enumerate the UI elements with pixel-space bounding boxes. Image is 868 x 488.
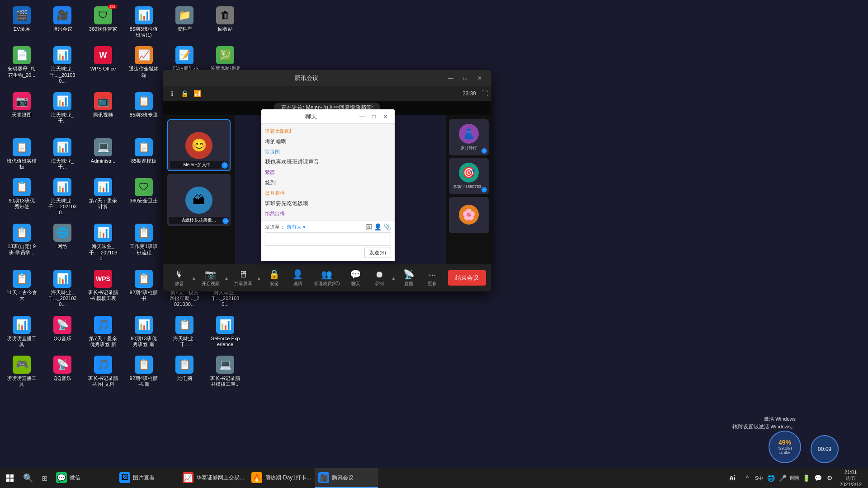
share-arrow-icon[interactable]: ▲ bbox=[256, 276, 262, 281]
taskbar-search-icon[interactable]: 🔍 bbox=[20, 468, 36, 488]
participant-card-a[interactable]: 🏔 A攀枝花花果批... ✓ bbox=[167, 174, 231, 226]
icon-admin[interactable]: 💻 Administr... bbox=[86, 136, 120, 172]
end-meeting-button[interactable]: 结束会议 bbox=[448, 270, 486, 286]
icon-tencent-video[interactable]: 📺 腾讯视频 bbox=[86, 90, 120, 132]
chat-close-button[interactable]: ✕ bbox=[380, 112, 391, 122]
security-button[interactable]: 🔒 安全 bbox=[263, 267, 286, 289]
chat-sender-9: 怡然自得 bbox=[265, 211, 285, 216]
icon-class-score[interactable]: 📋 班优值班实模板 bbox=[5, 136, 39, 172]
more-button[interactable]: ··· 更多 bbox=[421, 267, 443, 289]
icon-tongda[interactable]: 📈 通达信金融终端 bbox=[127, 44, 161, 86]
chat-button[interactable]: 💬 聊天 bbox=[344, 267, 367, 289]
icon-recycle-bin[interactable]: 🗑 回收站 bbox=[208, 5, 242, 40]
chat-input[interactable] bbox=[265, 232, 391, 246]
icon-sea-day7[interactable]: 📊 嗙嗙嗙直播工具 bbox=[5, 314, 39, 349]
icon-sea-day5[interactable]: 📊 海天味业_千..._2021030... bbox=[86, 222, 120, 263]
icon-class-record2[interactable]: 📋 92期4班柱腊 书.新 bbox=[127, 354, 161, 389]
video-arrow-icon[interactable]: ▲ bbox=[223, 276, 230, 281]
chat-file-icon[interactable]: 📎 bbox=[383, 223, 391, 230]
taskbar-app-imageviewer[interactable]: 🖼 图片查看 bbox=[116, 468, 179, 488]
chat-minimize-button[interactable]: — bbox=[357, 112, 368, 122]
right-card-lixinyu[interactable]: 🎯 李新宇1580753... ✓ bbox=[449, 158, 489, 194]
icon-ev-home[interactable]: 🎬 EV录屏 bbox=[5, 5, 39, 40]
icon-sea-day3[interactable]: 📊 海天味业_千... bbox=[45, 136, 80, 172]
icon-this-computer[interactable]: 💻 班长书记录腊书模板工表... bbox=[208, 354, 242, 389]
taskbar-app-wechat[interactable]: 💬 微信 bbox=[52, 468, 116, 488]
tray-settings-icon[interactable]: ⚙ bbox=[824, 473, 835, 483]
taskbar-app-preheat[interactable]: 🔥 预热期-Day1打卡... bbox=[248, 468, 315, 488]
start-button[interactable] bbox=[0, 468, 20, 488]
mute-button[interactable]: 🎙 静音 bbox=[168, 267, 191, 289]
tray-action-center-icon[interactable]: 💬 bbox=[812, 473, 823, 483]
icon-sea-day2[interactable]: 📊 海天味业_千... bbox=[45, 90, 80, 132]
meeting-expand-icon[interactable]: ⛶ bbox=[481, 90, 488, 97]
icon-ppdz-live[interactable]: 📡 QQ音乐 bbox=[45, 314, 80, 349]
meeting-close-button[interactable]: ✕ bbox=[473, 74, 486, 83]
icon-anzheng[interactable]: 📄 安珙馨母_梅花生物_20... bbox=[5, 44, 39, 86]
send-to-dropdown[interactable]: 所有人 ▾ bbox=[287, 224, 306, 230]
tray-sougou-icon[interactable]: S中 bbox=[754, 473, 764, 483]
icon-13period[interactable]: 📋 13班(自定)-9班·学员学... bbox=[5, 222, 39, 263]
right-card-3[interactable]: 🌸 bbox=[449, 197, 489, 233]
icon-network[interactable]: 🌐 网络 bbox=[45, 222, 80, 263]
tray-expand-icon[interactable]: ^ bbox=[742, 473, 753, 483]
security-icon[interactable]: 🔒 bbox=[179, 88, 190, 99]
taskbar-clock[interactable]: 21:01 周五 2021/3/12 bbox=[837, 469, 864, 487]
icon-data-library[interactable]: 📁 资料库 bbox=[167, 5, 202, 40]
meeting-maximize-button[interactable]: □ bbox=[459, 74, 472, 83]
icon-tencent-meeting[interactable]: 🎥 腾讯会议 bbox=[45, 5, 80, 40]
icon-month11[interactable]: 📋 11天：古今食大 bbox=[5, 268, 39, 310]
icon-month3-class3[interactable]: 📋 85期3班专属 bbox=[127, 90, 161, 132]
tray-network-icon[interactable]: 🌐 bbox=[765, 473, 776, 483]
icon-wps[interactable]: W WPS Office bbox=[86, 44, 120, 86]
chat-maximize-button[interactable]: □ bbox=[368, 112, 379, 122]
icon-wps-h5[interactable]: WPS 班长书记录腊书 模板工表 bbox=[86, 268, 120, 310]
icon-sea-day8[interactable]: 📊 GeForce Experience bbox=[208, 314, 242, 349]
icon-tianmao[interactable]: 📷 天卖摄图 bbox=[5, 90, 39, 132]
icon-90period2[interactable]: 📋 海天味业_千... bbox=[167, 314, 202, 349]
mute-arrow-icon[interactable]: ▲ bbox=[191, 276, 197, 281]
record-label: 录制 bbox=[375, 281, 384, 287]
icon-class-record[interactable]: 📋 92期4班柱腊 书 bbox=[127, 268, 161, 310]
share-button[interactable]: 🖥 共享屏幕 bbox=[231, 267, 256, 289]
invite-button[interactable]: 👤 邀请 bbox=[287, 267, 309, 289]
icon-week7-profit[interactable]: 📊 第7天：盈余计算 bbox=[86, 176, 120, 218]
signal-icon[interactable]: 📶 bbox=[192, 88, 203, 99]
icon-ppdz-live2[interactable]: 📡 QQ音乐 bbox=[45, 354, 80, 389]
icon-90period[interactable]: 📋 90期13班优秀班签 bbox=[5, 176, 39, 218]
icon-month85[interactable]: 📋 85期跑模板 bbox=[127, 136, 161, 172]
members-button[interactable]: 👥 管理成员(97) bbox=[310, 267, 344, 289]
icon-qq-music[interactable]: 🎵 第7天：盈余优秀班签 新 bbox=[86, 314, 120, 349]
icon-sea-day6[interactable]: 📊 海天味业_千..._2021030... bbox=[45, 268, 80, 310]
record-arrow-icon[interactable]: ▲ bbox=[391, 276, 397, 281]
send-to-label: 发送至： bbox=[265, 224, 285, 230]
taskbar-app-tencentmeeting[interactable]: 🎥 腾讯会议 bbox=[315, 468, 378, 488]
info-icon[interactable]: ℹ bbox=[166, 88, 177, 99]
tray-keyboard-icon[interactable]: ⌨ bbox=[789, 473, 800, 483]
tray-battery-icon[interactable]: 🔋 bbox=[801, 473, 811, 483]
chat-send-button[interactable]: 发送(S) bbox=[364, 248, 391, 258]
right-name-lixinyu: 李新宇1580753... bbox=[453, 184, 485, 190]
icon-geforce[interactable]: 🎮 嗙嗙嗙直播工具 bbox=[5, 354, 39, 389]
taskbar-app-huatai[interactable]: 📈 华泰证券网上交易... bbox=[179, 468, 248, 488]
icon-360-software[interactable]: 🛡 360软件管家 156 bbox=[86, 5, 120, 40]
chat-image-icon[interactable]: 🖼 bbox=[366, 223, 372, 230]
taskbar-view-icon[interactable]: ⊞ bbox=[36, 468, 52, 488]
participant-card-meier[interactable]: 😊 Meier~加入中... ✓ bbox=[167, 119, 231, 171]
icon-month3-class1[interactable]: 📊 85期3班柱值班表(1) bbox=[127, 5, 161, 40]
icon-360-safe[interactable]: 🛡 360安全卫士 bbox=[127, 176, 161, 218]
icon-qq-music2[interactable]: 🎵 班长书记录腊书 图 文档 bbox=[86, 354, 120, 389]
clock-time: 21:01 bbox=[844, 469, 857, 475]
icon-class-flow[interactable]: 📋 工作第1班班班流程 bbox=[127, 222, 161, 263]
icon-week7-profit2[interactable]: 📊 90期13班优秀班签 新 bbox=[127, 314, 161, 349]
icon-sea-day4[interactable]: 📊 海天味业_千..._2021030... bbox=[45, 176, 80, 218]
tray-mic-icon[interactable]: 🎤 bbox=[777, 473, 788, 483]
video-button[interactable]: 📷 开启视频 bbox=[198, 267, 223, 289]
chat-user-icon[interactable]: 👤 bbox=[374, 223, 382, 230]
right-card-suiyue[interactable]: 👗 岁月静好 ✓ bbox=[449, 119, 489, 155]
record-button[interactable]: ⏺ 录制 bbox=[368, 267, 391, 289]
meeting-minimize-button[interactable]: — bbox=[444, 74, 457, 83]
live-button[interactable]: 📡 直播 bbox=[397, 267, 420, 289]
icon-92period-new[interactable]: 📋 此电脑 bbox=[167, 354, 202, 389]
icon-sea-day[interactable]: 📊 海天味业_千..._201030... bbox=[45, 44, 80, 86]
